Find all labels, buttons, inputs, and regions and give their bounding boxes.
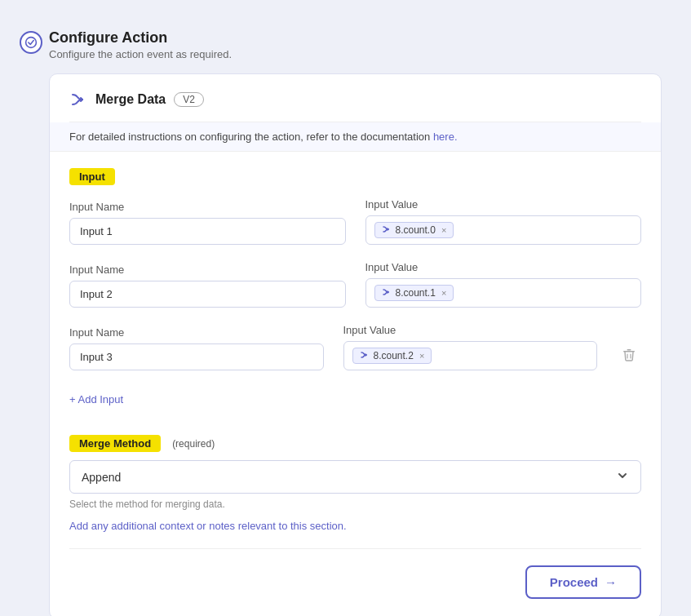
merge-method-label-badge: Merge Method bbox=[69, 435, 161, 452]
merge-method-value: Append bbox=[82, 471, 121, 484]
input-value-field-1[interactable]: 8.count.0 × bbox=[365, 215, 642, 245]
merge-method-hint: Select the method for merging data. bbox=[69, 499, 641, 510]
required-text: (required) bbox=[172, 438, 215, 450]
page-title: Configure Action bbox=[49, 29, 662, 47]
input-name-group-2: Input Name bbox=[69, 264, 346, 308]
input-row-3: Input Name Input Value 8.count.2 × bbox=[69, 324, 641, 370]
input-value-field-3[interactable]: 8.count.2 × bbox=[343, 341, 598, 370]
info-text: For detailed instructions on configuring… bbox=[69, 131, 433, 143]
input-value-label-2: Input Value bbox=[365, 261, 642, 273]
svg-rect-2 bbox=[627, 349, 631, 351]
delete-row-3 bbox=[617, 343, 641, 370]
page-subtitle: Configure the action event as required. bbox=[49, 48, 662, 60]
input-name-label-2: Input Name bbox=[69, 264, 346, 276]
page-container: Configure Action Configure the action ev… bbox=[16, 16, 675, 616]
version-badge: V2 bbox=[174, 92, 204, 107]
input-name-label-3: Input Name bbox=[69, 326, 324, 339]
tag-3: 8.count.2 × bbox=[352, 348, 432, 364]
input-value-group-1: Input Value 8.count.0 × bbox=[365, 198, 642, 245]
tag-close-1[interactable]: × bbox=[441, 225, 446, 235]
merge-method-select[interactable]: Append bbox=[69, 460, 641, 494]
section-body: Input Input Name Input Value bbox=[69, 152, 641, 535]
merge-icon bbox=[69, 91, 87, 109]
configure-card: Merge Data V2 For detailed instructions … bbox=[49, 73, 662, 616]
notes-link[interactable]: Add any additional context or notes rele… bbox=[69, 510, 641, 535]
card-header: Merge Data V2 bbox=[69, 91, 641, 122]
input-name-field-3[interactable] bbox=[69, 343, 324, 370]
chevron-down-icon bbox=[616, 469, 629, 485]
input-value-group-3: Input Value 8.count.2 × bbox=[343, 324, 598, 370]
info-link[interactable]: here. bbox=[433, 131, 458, 143]
tag-icon-2 bbox=[382, 287, 392, 299]
proceed-label: Proceed bbox=[550, 575, 598, 589]
info-bar: For detailed instructions on configuring… bbox=[50, 122, 661, 152]
tag-text-2: 8.count.1 bbox=[396, 287, 436, 299]
input-value-field-2[interactable]: 8.count.1 × bbox=[365, 278, 642, 308]
tag-icon-1 bbox=[382, 224, 392, 236]
proceed-arrow-icon: → bbox=[605, 575, 617, 589]
tag-icon-3 bbox=[360, 350, 370, 361]
proceed-button[interactable]: Proceed → bbox=[525, 565, 641, 599]
input-name-field-2[interactable] bbox=[69, 281, 346, 308]
input-value-group-2: Input Value 8.count.1 × bbox=[365, 261, 642, 308]
step-icon bbox=[20, 31, 42, 54]
left-rail bbox=[16, 16, 46, 616]
delete-input-3-button[interactable] bbox=[617, 343, 641, 367]
input-name-label-1: Input Name bbox=[69, 201, 346, 213]
main-content: Configure Action Configure the action ev… bbox=[46, 16, 675, 616]
input-row-1: Input Name Input Value 8.count.0 × bbox=[69, 198, 641, 245]
input-label-badge: Input bbox=[69, 168, 115, 185]
add-input-button[interactable]: + Add Input bbox=[69, 390, 123, 409]
input-value-label-1: Input Value bbox=[365, 198, 642, 211]
input-name-group-1: Input Name bbox=[69, 201, 346, 245]
tag-text-3: 8.count.2 bbox=[374, 350, 414, 361]
input-name-field-1[interactable] bbox=[69, 218, 346, 245]
tag-text-1: 8.count.0 bbox=[396, 224, 436, 236]
card-title: Merge Data bbox=[95, 92, 166, 107]
svg-point-0 bbox=[26, 38, 37, 48]
input-name-group-3: Input Name bbox=[69, 326, 324, 370]
tag-close-3[interactable]: × bbox=[419, 351, 424, 361]
input-value-label-3: Input Value bbox=[343, 324, 598, 336]
tag-close-2[interactable]: × bbox=[441, 288, 446, 298]
merge-label-row: Merge Method (required) bbox=[69, 435, 641, 452]
tag-1: 8.count.0 × bbox=[374, 222, 454, 238]
merge-method-section: Merge Method (required) Append Select th… bbox=[69, 435, 641, 510]
input-row-2: Input Name Input Value 8.count.1 × bbox=[69, 261, 641, 308]
card-footer: Proceed → bbox=[69, 548, 641, 599]
tag-2: 8.count.1 × bbox=[374, 285, 454, 301]
